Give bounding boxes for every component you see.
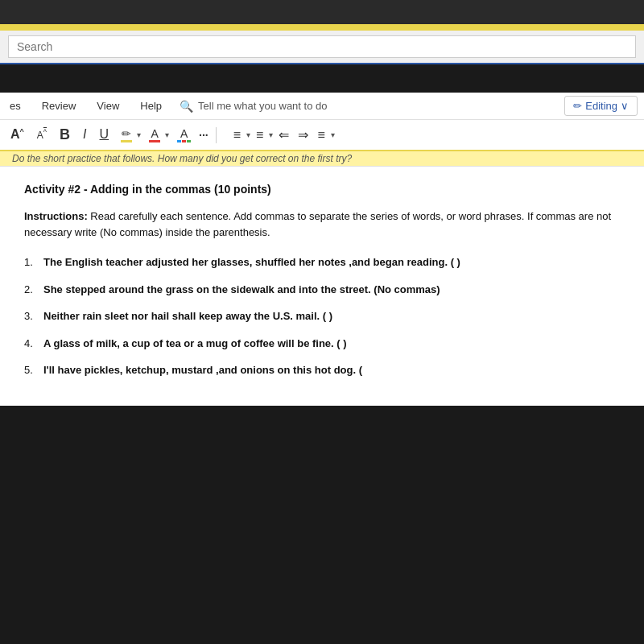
sentence-bold-4: A glass of milk, a cup of tea or a mug o…	[43, 337, 347, 349]
highlighted-line: Do the short practice that follows. How …	[0, 151, 644, 167]
yellow-bar	[0, 24, 644, 31]
numbered-list-button[interactable]: ≡	[253, 126, 266, 144]
bullet-list-button[interactable]: ≡	[230, 126, 244, 144]
instructions-block: Instructions: Read carefully each senten…	[24, 208, 620, 240]
sentence-item-3: 3. Neither rain sleet nor hail shall kee…	[24, 308, 620, 324]
text-style-letter: A	[180, 127, 188, 140]
font-color-button[interactable]: A	[146, 126, 163, 144]
sentence-list: 1. The English teacher adjusted her glas…	[24, 254, 620, 378]
bullet-list-dropdown[interactable]: ▾	[246, 130, 250, 139]
sentence-num-2: 2.	[24, 282, 39, 298]
sentence-text-2: She stepped around the grass on the side…	[43, 282, 620, 298]
editing-button[interactable]: ✏ Editing ∨	[564, 96, 638, 116]
editing-chevron: ∨	[621, 100, 629, 112]
sentence-item-1: 1. The English teacher adjusted her glas…	[24, 254, 620, 270]
sentence-text-4: A glass of milk, a cup of tea or a mug o…	[43, 336, 620, 352]
font-size-down-button[interactable]: A^	[33, 126, 51, 144]
search-bar-container: Search	[0, 31, 644, 64]
menu-item-view[interactable]: View	[93, 98, 122, 114]
spacer-dark	[0, 64, 644, 93]
sentence-num-5: 5.	[24, 362, 39, 378]
highlight-color-bar	[121, 140, 132, 142]
menu-item-help[interactable]: Help	[137, 98, 165, 114]
highlight-color-button[interactable]: ✏	[118, 126, 135, 144]
sentence-text-3: Neither rain sleet nor hail shall keep a…	[43, 308, 620, 324]
toolbar: A^ A^ B I U ✏ ▾ A ▾ A	[0, 120, 644, 151]
decrease-indent-button[interactable]: ⇐	[275, 126, 292, 144]
sentence-bold-3: Neither rain sleet nor hail shall keep a…	[43, 310, 332, 322]
font-color-dropdown-icon[interactable]: ▾	[165, 130, 169, 139]
font-color-letter: A	[151, 127, 158, 140]
pencil-icon: ✏	[573, 100, 582, 112]
sentence-text-5: I'll have pickles, ketchup, mustard ,and…	[43, 362, 620, 378]
lightbulb-icon: 🔍	[180, 100, 193, 113]
bold-button[interactable]: B	[56, 123, 74, 147]
highlighted-line-text: Do the short practice that follows. How …	[12, 153, 352, 164]
sentence-item-5: 5. I'll have pickles, ketchup, mustard ,…	[24, 362, 620, 378]
sentence-bold-2: She stepped around the grass on the side…	[43, 283, 440, 295]
toolbar-divider	[216, 127, 217, 143]
editing-label: Editing	[585, 100, 617, 112]
sentence-bold-1: The English teacher adjusted her glasses…	[43, 256, 460, 268]
paragraph-button[interactable]: ≡	[314, 126, 328, 144]
sentence-num-4: 4.	[24, 336, 39, 352]
list-buttons: ≡ ▾ ≡ ▾ ⇐ ⇒ ≡ ▾	[230, 126, 335, 144]
increase-indent-button[interactable]: ⇒	[295, 126, 312, 144]
tell-me-box[interactable]: 🔍 Tell me what you want to do	[180, 100, 550, 113]
document-body: Activity #2 - Adding in the commas (10 p…	[0, 167, 644, 406]
search-input[interactable]: Search	[8, 35, 636, 58]
sentence-num-3: 3.	[24, 308, 39, 324]
highlight-letter: ✏	[122, 127, 131, 140]
underline-button[interactable]: U	[96, 124, 114, 145]
instructions-text: Read carefully each sentence. Add commas…	[24, 210, 611, 238]
sentence-item-2: 2. She stepped around the grass on the s…	[24, 282, 620, 298]
font-color-bar	[149, 140, 160, 142]
numbered-list-dropdown[interactable]: ▾	[269, 130, 273, 139]
sentence-text-1: The English teacher adjusted her glasses…	[43, 254, 620, 270]
activity-title: Activity #2 - Adding in the commas (10 p…	[24, 183, 620, 196]
font-size-up-button[interactable]: A^	[6, 124, 28, 145]
text-style-button[interactable]: A	[174, 126, 194, 144]
more-options-button[interactable]: ···	[199, 129, 208, 142]
word-app: es Review View Help 🔍 Tell me what you w…	[0, 93, 644, 406]
sentence-num-1: 1.	[24, 254, 39, 270]
menu-item-ces[interactable]: es	[6, 98, 24, 114]
menu-bar: es Review View Help 🔍 Tell me what you w…	[0, 93, 644, 120]
instructions-prefix: Instructions:	[24, 210, 88, 222]
sentence-item-4: 4. A glass of milk, a cup of tea or a mu…	[24, 336, 620, 352]
sentence-bold-5: I'll have pickles, ketchup, mustard ,and…	[43, 364, 362, 376]
italic-button[interactable]: I	[79, 124, 90, 145]
top-bar	[0, 0, 644, 24]
menu-item-review[interactable]: Review	[39, 98, 80, 114]
highlight-dropdown-icon[interactable]: ▾	[137, 130, 141, 139]
tell-me-text: Tell me what you want to do	[198, 100, 327, 112]
paragraph-dropdown[interactable]: ▾	[331, 130, 335, 139]
